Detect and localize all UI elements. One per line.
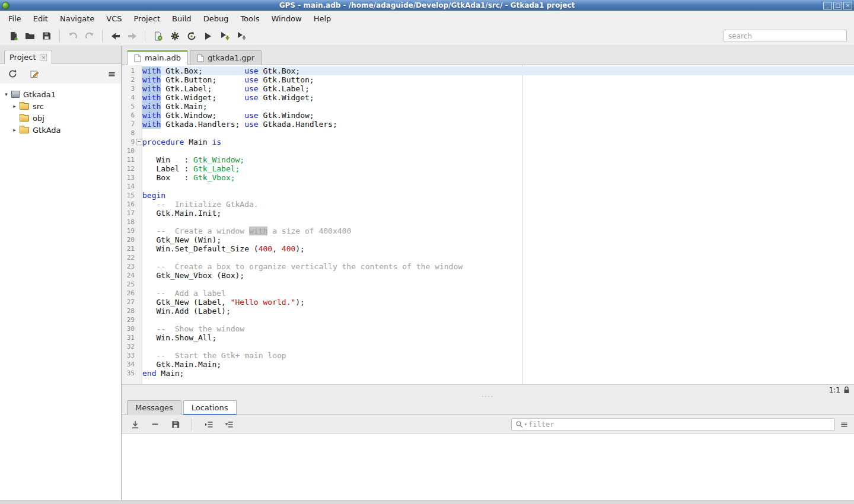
- code-line-32[interactable]: 32: [122, 342, 854, 351]
- save-locations-icon[interactable]: [168, 417, 183, 432]
- code-line-26[interactable]: 26 -- Add a label: [122, 289, 854, 298]
- code-line-27[interactable]: 27 Gtk_New (Label, "Hello world.");: [122, 298, 854, 307]
- code-line-29[interactable]: 29: [122, 315, 854, 324]
- code-line-17[interactable]: 17 Gtk.Main.Init;: [122, 209, 854, 218]
- code-line-16[interactable]: 16 -- Initialize GtkAda.: [122, 200, 854, 209]
- search-input[interactable]: [724, 30, 847, 42]
- refresh-icon[interactable]: [5, 66, 20, 81]
- expander-icon[interactable]: ▾: [2, 91, 10, 97]
- open-icon[interactable]: [23, 28, 37, 43]
- code-line-13[interactable]: 13 Box : Gtk_Vbox;: [122, 173, 854, 182]
- menu-vcs[interactable]: VCS: [100, 12, 128, 25]
- menu-edit[interactable]: Edit: [27, 12, 54, 25]
- project-panel-menu-icon[interactable]: ≡: [108, 70, 116, 78]
- filter-input[interactable]: [528, 420, 830, 429]
- fold-marker-icon[interactable]: [136, 138, 142, 146]
- menu-debug[interactable]: Debug: [197, 12, 235, 25]
- expander-icon[interactable]: ▸: [11, 127, 18, 133]
- code-line-33[interactable]: 33 -- Start the Gtk+ main loop: [122, 351, 854, 360]
- code-line-10[interactable]: 10: [122, 146, 854, 155]
- code-line-4[interactable]: 4with Gtk.Widget; use Gtk.Widget;: [122, 93, 854, 102]
- close-icon[interactable]: ×: [40, 54, 47, 61]
- code-line-2[interactable]: 2with Gtk.Button; use Gtk.Button;: [122, 75, 854, 84]
- locations-menu-icon[interactable]: ≡: [840, 420, 848, 429]
- run-icon[interactable]: [200, 28, 215, 43]
- code-line-35[interactable]: 35end Main;: [122, 369, 854, 378]
- undo-icon[interactable]: [65, 28, 80, 43]
- maximize-button[interactable]: □: [833, 2, 842, 9]
- build-main-icon[interactable]: [151, 28, 165, 43]
- compile-icon[interactable]: [184, 28, 199, 43]
- tab-locations[interactable]: Locations: [183, 400, 237, 415]
- code-line-14[interactable]: 14: [122, 182, 854, 191]
- build-all-icon[interactable]: [167, 28, 182, 43]
- code-line-5[interactable]: 5with Gtk.Main;: [122, 102, 854, 111]
- tree-item-gtkada[interactable]: ▸GtkAda: [0, 124, 121, 136]
- code-line-12[interactable]: 12 Label : Gtk_Label;: [122, 164, 854, 173]
- code-line-28[interactable]: 28 Win.Add (Label);: [122, 307, 854, 315]
- tab-project[interactable]: Project ×: [4, 50, 52, 64]
- code-line-21[interactable]: 21 Win.Set_Default_Size (400, 400);: [122, 244, 854, 253]
- tree-item-label: Gtkada1: [23, 90, 56, 99]
- menu-build[interactable]: Build: [166, 12, 197, 25]
- menu-project[interactable]: Project: [128, 12, 166, 25]
- save-icon[interactable]: [39, 28, 54, 43]
- tree-item-src[interactable]: ▸src: [0, 100, 121, 112]
- code-line-19[interactable]: 19 -- Create a window with a size of 400…: [122, 227, 854, 235]
- code-line-3[interactable]: 3with Gtk.Label; use Gtk.Label;: [122, 84, 854, 93]
- back-icon[interactable]: [108, 28, 123, 43]
- run-file-icon[interactable]: [234, 28, 248, 43]
- close-button[interactable]: ×: [843, 2, 852, 9]
- edit-project-icon[interactable]: [27, 66, 42, 81]
- line-number: 22: [122, 253, 136, 262]
- code-line-8[interactable]: 8: [122, 129, 854, 138]
- redo-icon[interactable]: [82, 28, 97, 43]
- fold-gutter: [136, 66, 142, 75]
- menu-file[interactable]: File: [2, 12, 27, 25]
- code-line-15[interactable]: 15begin: [122, 191, 854, 200]
- code-line-25[interactable]: 25: [122, 280, 854, 289]
- expand-rows-icon[interactable]: [201, 417, 216, 432]
- line-number: 30: [122, 324, 136, 333]
- new-file-icon[interactable]: [6, 28, 21, 43]
- code-line-18[interactable]: 18: [122, 218, 854, 227]
- code-line-22[interactable]: 22: [122, 253, 854, 262]
- filter-search-icon[interactable]: [515, 420, 523, 428]
- code-line-23[interactable]: 23 -- Create a box to organize verticall…: [122, 262, 854, 271]
- expander-icon[interactable]: ▸: [11, 103, 18, 109]
- lock-icon[interactable]: [843, 386, 850, 394]
- remove-icon[interactable]: [148, 417, 162, 432]
- minimize-button[interactable]: _: [823, 2, 832, 9]
- editor-tab-main.adb[interactable]: main.adb: [127, 50, 188, 65]
- locations-toolbar: ▾ ≡: [122, 415, 854, 434]
- menu-window[interactable]: Window: [265, 12, 307, 25]
- code-line-7[interactable]: 7with Gtkada.Handlers; use Gtkada.Handle…: [122, 120, 854, 129]
- build-run-icon[interactable]: [217, 28, 232, 43]
- menu-help[interactable]: Help: [308, 12, 337, 25]
- menu-navigate[interactable]: Navigate: [54, 12, 100, 25]
- tab-messages[interactable]: Messages: [127, 400, 181, 415]
- code-line-30[interactable]: 30 -- Show the window: [122, 324, 854, 333]
- fold-gutter: [136, 129, 142, 138]
- editor-tab-gtkada1.gpr[interactable]: gtkada1.gpr: [190, 50, 262, 65]
- code-text: end Main;: [142, 369, 854, 378]
- code-line-31[interactable]: 31 Win.Show_All;: [122, 333, 854, 342]
- code-line-1[interactable]: 1with Gtk.Box; use Gtk.Box;: [122, 66, 854, 75]
- code-editor[interactable]: 1with Gtk.Box; use Gtk.Box;2with Gtk.But…: [122, 65, 854, 384]
- jump-to-icon[interactable]: [128, 417, 142, 432]
- forward-icon[interactable]: [125, 28, 139, 43]
- line-number: 10: [122, 146, 136, 155]
- collapse-rows-icon[interactable]: [221, 417, 236, 432]
- tree-item-obj[interactable]: obj: [0, 112, 121, 124]
- filter-options-caret-icon[interactable]: ▾: [525, 422, 527, 427]
- code-text: begin: [142, 191, 854, 200]
- code-line-6[interactable]: 6with Gtk.Window; use Gtk.Window;: [122, 111, 854, 120]
- tree-item-gtkada1[interactable]: ▾Gtkada1: [0, 88, 121, 100]
- code-line-9[interactable]: 9procedure Main is: [122, 138, 854, 146]
- code-line-24[interactable]: 24 Gtk_New_Vbox (Box);: [122, 271, 854, 280]
- menu-tools[interactable]: Tools: [234, 12, 265, 25]
- code-line-11[interactable]: 11 Win : Gtk_Window;: [122, 155, 854, 164]
- code-line-34[interactable]: 34 Gtk.Main.Main;: [122, 360, 854, 369]
- fold-gutter: [136, 209, 142, 218]
- code-line-20[interactable]: 20 Gtk_New (Win);: [122, 235, 854, 244]
